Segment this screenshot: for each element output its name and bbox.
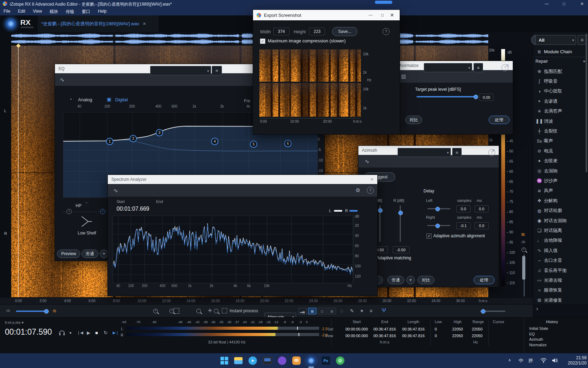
height-input[interactable]: 223 (309, 28, 325, 35)
module-item[interactable]: ≋ 风声 (535, 186, 587, 196)
menu-item[interactable]: Edit (18, 9, 25, 15)
module-item[interactable]: Ss 嘶声 (535, 136, 587, 146)
spectrum-close-icon[interactable]: ✕ (370, 177, 374, 182)
pan-hand-icon[interactable]: ✛ (208, 308, 212, 313)
meter-view-icon[interactable]: ılı (522, 240, 526, 244)
normalize-menu-button[interactable]: ≡ (474, 63, 483, 72)
zoom-in-icon[interactable]: + (153, 309, 158, 313)
module-item[interactable]: ∫ 呼吸音 (535, 76, 587, 86)
eq-node-2[interactable]: 2 (130, 135, 137, 142)
module-item[interactable]: ⊕ 氛围匹配 (535, 67, 587, 76)
play-button[interactable]: ▶ (87, 330, 90, 335)
history-header[interactable]: History (546, 320, 558, 324)
module-item[interactable]: ❖ 分解构 (535, 196, 587, 205)
lasso-tool-icon[interactable]: ◌ (340, 308, 343, 314)
width-input[interactable]: 374 (273, 28, 289, 35)
azimuth-add-button[interactable]: + (406, 276, 415, 284)
eq-bypass-button[interactable]: 旁通 (82, 250, 98, 258)
purple-app-icon[interactable] (278, 356, 286, 365)
sidebar-more-arrow[interactable]: › (536, 306, 538, 312)
view-combined-button[interactable]: ▤ (328, 308, 336, 314)
azimuth-menu-button[interactable]: ≡ (452, 148, 462, 157)
brush-tool-icon[interactable]: ✎ (350, 308, 354, 314)
module-item[interactable]: ≈ 频谱恢复 (535, 286, 587, 295)
menu-item[interactable]: File (4, 9, 10, 15)
next-button[interactable]: ▶❘ (113, 330, 119, 335)
tab-digital[interactable]: Digital (115, 97, 128, 102)
module-item[interactable]: 〰 光谱去噪 (535, 275, 587, 285)
dialog-close-icon[interactable]: ✕ (388, 12, 396, 18)
gear-icon[interactable]: ⚙ (356, 187, 360, 193)
menu-item[interactable]: 模块 (50, 9, 58, 15)
meter-icon[interactable]: ılı (6, 308, 10, 313)
monitor-headphones-icon[interactable] (59, 330, 65, 336)
minimize-button[interactable]: — (545, 1, 549, 6)
monitor-app-icon[interactable] (263, 357, 272, 364)
start-button[interactable] (220, 357, 228, 364)
maximize-button[interactable]: □ (563, 1, 565, 6)
azimuth-preset-dropdown[interactable]: ▾ (398, 148, 451, 157)
module-item[interactable]: ◎ 去混响 (535, 166, 587, 176)
tray-expand-icon[interactable]: ∧ (508, 358, 511, 362)
target-peak-value[interactable]: 0.00 (479, 94, 493, 101)
delay-right-ms[interactable]: 0.0 (475, 222, 489, 229)
vertical-zoom-slider-thumb[interactable] (522, 256, 525, 280)
playhead-time[interactable]: 00:01:07.590 (5, 327, 52, 337)
menu-item[interactable]: Help (98, 9, 107, 15)
compression-checkbox[interactable]: ✓ (260, 39, 265, 44)
normalize-compare-button[interactable]: 对比 (405, 116, 422, 124)
gain-slider-left-thumb[interactable] (378, 208, 383, 213)
menu-item[interactable]: View (33, 9, 42, 15)
module-item[interactable]: ⊞ 光谱修复 (535, 295, 587, 305)
photoshop-icon[interactable]: Ps (322, 356, 330, 365)
file-explorer-icon[interactable] (234, 357, 243, 364)
azimuth-process-button[interactable]: 处理 (474, 276, 495, 284)
menu-item[interactable]: 窗口 (82, 9, 90, 15)
module-item[interactable]: ✳ 去滴答声 (535, 107, 587, 116)
eq-node-5[interactable]: 5 (250, 141, 257, 148)
vertical-zoom-in-icon[interactable]: + (522, 247, 526, 252)
normalize-preset-dropdown[interactable]: ▾ (424, 63, 472, 72)
delay-left-ms[interactable]: 0.0 (475, 205, 489, 212)
module-item[interactable]: ❚❚ 消波 (535, 116, 587, 126)
sidebar-scrollbar[interactable] (586, 34, 587, 172)
ime-mode-icon[interactable]: 拼 (528, 357, 533, 364)
monkey-app-icon[interactable] (292, 356, 301, 365)
previous-button[interactable]: ❘◀ (77, 330, 83, 335)
module-item[interactable]: ◍ 对话轮廓 (535, 206, 587, 216)
save-button[interactable]: Save... (332, 27, 357, 36)
sidebar-section-repair[interactable]: Repair ▾ (536, 59, 585, 64)
delay-right-samples[interactable]: -0.1 (456, 222, 470, 229)
history-item[interactable]: EQ (529, 332, 535, 336)
module-item[interactable]: ┼ 去裂纹 (535, 126, 587, 136)
tab-analog[interactable]: Analog (78, 97, 92, 102)
eq-preset-dropdown[interactable]: ▾ (150, 66, 211, 75)
dialog-maximize-icon[interactable]: □ (377, 13, 388, 18)
dialog-minimize-icon[interactable]: — (364, 13, 377, 18)
record-button[interactable]: ● (69, 330, 72, 335)
module-item[interactable]: ♩ 吉他降噪 (535, 236, 587, 245)
module-item[interactable]: ⊘ 电流 (535, 146, 587, 156)
history-item[interactable]: Normalize (529, 343, 547, 347)
history-item[interactable]: Azimuth (529, 337, 543, 341)
delay-left-samples[interactable]: 0.0 (456, 205, 470, 212)
start-value[interactable]: 00:01:07.669 (117, 206, 149, 212)
fade-waves-icon[interactable]: ≋ (521, 231, 525, 238)
menu-item[interactable]: 传输 (66, 9, 74, 15)
h-zoom-slider-thumb[interactable] (481, 309, 485, 314)
magic-wand-icon[interactable]: ✶ (360, 308, 364, 314)
module-item[interactable]: ❏ 对话隔离 (535, 226, 587, 235)
azimuth-help-icon[interactable]: ? (488, 149, 495, 156)
view-split-button[interactable]: ◫ (318, 308, 326, 314)
eq-node-1[interactable]: 1 (106, 138, 113, 145)
ime-language-icon[interactable]: 中 (519, 357, 523, 364)
eq-add-button[interactable]: + (100, 250, 108, 258)
loop-button[interactable]: ↻ (104, 330, 108, 335)
normalize-help-icon[interactable]: ? (502, 64, 509, 71)
selection-list-icon[interactable]: ≡ (370, 308, 372, 314)
taskbar-clock[interactable]: 21:59 2022/1/20 (565, 355, 587, 366)
delay-right-slider-thumb[interactable] (435, 224, 440, 228)
gain-value-right[interactable]: -0.50 (393, 246, 410, 253)
eq-node-3[interactable]: 3 (156, 129, 163, 136)
gain-slider-right-thumb[interactable] (398, 211, 403, 215)
